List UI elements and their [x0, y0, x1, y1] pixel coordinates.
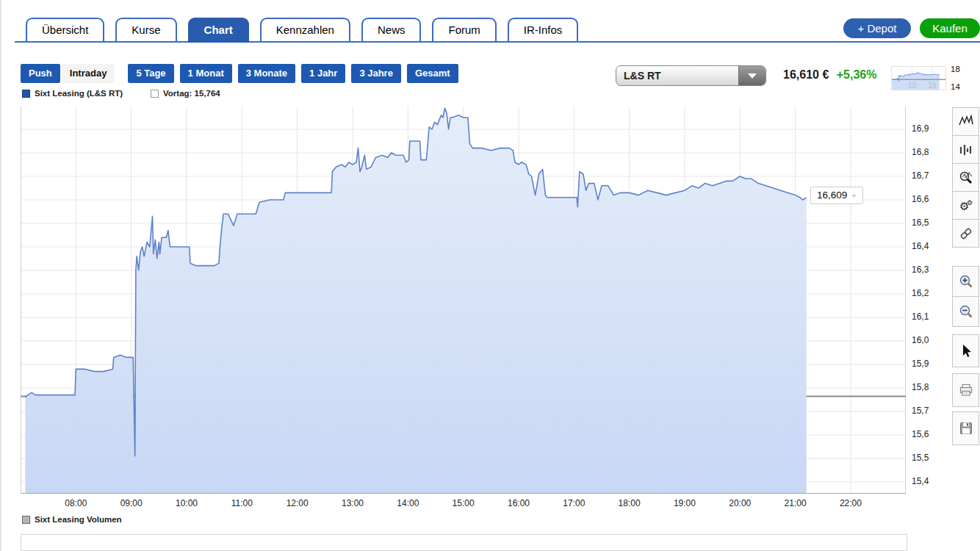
legend-volume-toggle[interactable]: Sixt Leasing Volumen [22, 515, 122, 524]
zoom-out-icon [959, 304, 973, 319]
period-button-3-jahre[interactable]: 3 Jahre [351, 64, 401, 83]
legend-series-toggle[interactable]: Sixt Leasing (L&S RT) [22, 89, 123, 98]
last-price-tag-value: 16,609 [817, 190, 847, 201]
zoom-in-tool-button[interactable] [952, 266, 979, 297]
bar-chart-icon [959, 143, 973, 157]
buy-button[interactable]: Kaufen [920, 18, 980, 38]
page-left-border [0, 0, 1, 551]
tab-kennzahlen[interactable]: Kennzahlen [260, 18, 350, 41]
y-tick-label: 16,0 [912, 335, 941, 345]
quote-change: +5,36% [837, 68, 877, 81]
series-color-swatch-icon [22, 90, 30, 98]
x-tick-label: 15:00 [443, 498, 484, 508]
vortag-color-swatch-icon [151, 90, 159, 98]
tab-chart[interactable]: Chart [188, 18, 249, 43]
drag-handle-icon: + [851, 191, 856, 200]
save-icon [959, 421, 973, 436]
period-button-1-monat[interactable]: 1 Monat [180, 64, 232, 83]
last-price-tag: 16,609+ [810, 187, 863, 204]
y-tick-label: 15,5 [912, 453, 941, 463]
x-tick-label: 22:00 [830, 498, 871, 508]
save-tool-button[interactable] [952, 411, 979, 445]
x-tick-label: 19:00 [664, 498, 705, 508]
bar-chart-tool-button[interactable] [952, 135, 979, 164]
zoom-out-tool-button[interactable] [952, 296, 979, 327]
y-tick-label: 15,6 [912, 429, 941, 439]
legend-series-label: Sixt Leasing (L&S RT) [35, 89, 123, 98]
x-tick-label: 18:00 [609, 498, 650, 508]
chevron-down-icon[interactable] [738, 66, 765, 85]
line-chart-icon [959, 115, 973, 129]
indicator-search-icon [959, 170, 973, 185]
y-tick-label: 16,1 [912, 311, 941, 322]
x-tick-label: 14:00 [387, 498, 428, 508]
legend-vortag-toggle[interactable]: Vortag: 15,764 [151, 89, 220, 98]
period-button-gesamt[interactable]: Gesamt [407, 64, 458, 83]
mini-chart-ymin-label: 14 [951, 82, 960, 91]
tab-bar: ÜbersichtKurseChartKennzahlenNewsForumIR… [26, 18, 578, 43]
cursor-icon [959, 344, 973, 359]
cursor-tool-button[interactable] [952, 334, 979, 367]
x-tick-label: 13:00 [332, 498, 373, 508]
mini-chart-preview[interactable]: 1319 [891, 66, 946, 90]
period-button-intraday[interactable]: Intraday [62, 64, 115, 83]
mini-chart-ymax-label: 18 [951, 65, 960, 73]
tab-news[interactable]: News [361, 18, 422, 41]
tab-kurse[interactable]: Kurse [115, 18, 176, 41]
feed-select-dropdown[interactable]: L&S RT [616, 65, 766, 86]
legend-volume-label: Sixt Leasing Volumen [35, 515, 122, 524]
y-tick-label: 16,9 [912, 123, 941, 134]
x-tick-label: 09:00 [111, 498, 152, 508]
line-chart-tool-button[interactable] [952, 107, 979, 136]
mini-chart-svg: 1319 [892, 67, 945, 90]
svg-text:⚙: ⚙ [967, 199, 973, 206]
mini-x-label: 19 [928, 82, 937, 90]
link-icon [959, 226, 973, 241]
x-tick-label: 12:00 [277, 498, 318, 508]
quote: 16,610 € +5,36% [783, 68, 876, 82]
price-area-fill [25, 108, 806, 494]
y-tick-label: 15,9 [912, 359, 941, 369]
x-tick-label: 16:00 [498, 498, 539, 508]
x-tick-label: 17:00 [553, 498, 594, 508]
zoom-in-icon [959, 274, 973, 289]
x-tick-label: 20:00 [719, 498, 760, 508]
x-tick-label: 21:00 [775, 498, 816, 508]
settings-gears-tool-button[interactable]: ⚙⚙ [952, 191, 979, 220]
y-tick-label: 15,8 [912, 382, 941, 392]
y-tick-label: 15,4 [912, 476, 941, 486]
print-icon [959, 383, 973, 397]
y-tick-label: 16,7 [912, 170, 941, 181]
volume-color-swatch-icon [22, 516, 30, 524]
print-tool-button[interactable] [952, 373, 979, 407]
feed-select-value: L&S RT [624, 66, 661, 85]
y-tick-label: 16,3 [912, 264, 941, 275]
x-tick-label: 08:00 [55, 498, 96, 508]
tab-ir-infos[interactable]: IR-Infos [508, 18, 579, 41]
y-tick-label: 16,2 [912, 288, 941, 298]
y-tick-label: 16,4 [912, 241, 941, 251]
period-button-5-tage[interactable]: 5 Tage [128, 64, 173, 83]
page: ÜbersichtKurseChartKennzahlenNewsForumIR… [0, 0, 980, 551]
y-tick-label: 16,6 [912, 194, 941, 204]
legend-vortag-label: Vortag: 15,764 [163, 89, 220, 98]
period-button-1-jahr[interactable]: 1 Jahr [301, 64, 345, 83]
x-tick-label: 11:00 [221, 498, 262, 508]
mini-x-label: 13 [908, 82, 917, 90]
y-tick-label: 15,7 [912, 406, 941, 416]
volume-chart-pane [21, 534, 907, 551]
tab--bersicht[interactable]: Übersicht [26, 18, 104, 41]
period-toolbar: Push Intraday5 Tage1 Monat3 Monate1 Jahr… [21, 64, 458, 83]
add-depot-button[interactable]: + Depot [843, 18, 911, 38]
period-button-3-monate[interactable]: 3 Monate [238, 64, 295, 83]
x-tick-label: 10:00 [166, 498, 207, 508]
y-tick-label: 16,5 [912, 217, 941, 228]
link-tool-button[interactable] [952, 219, 979, 248]
push-button[interactable]: Push [21, 64, 60, 83]
quote-price: 16,610 € [783, 68, 829, 81]
price-chart-plot[interactable] [21, 107, 906, 494]
y-tick-label: 16,8 [912, 147, 941, 157]
settings-gears-icon: ⚙⚙ [959, 198, 973, 213]
indicator-search-tool-button[interactable] [952, 163, 979, 192]
tab-forum[interactable]: Forum [432, 18, 496, 41]
